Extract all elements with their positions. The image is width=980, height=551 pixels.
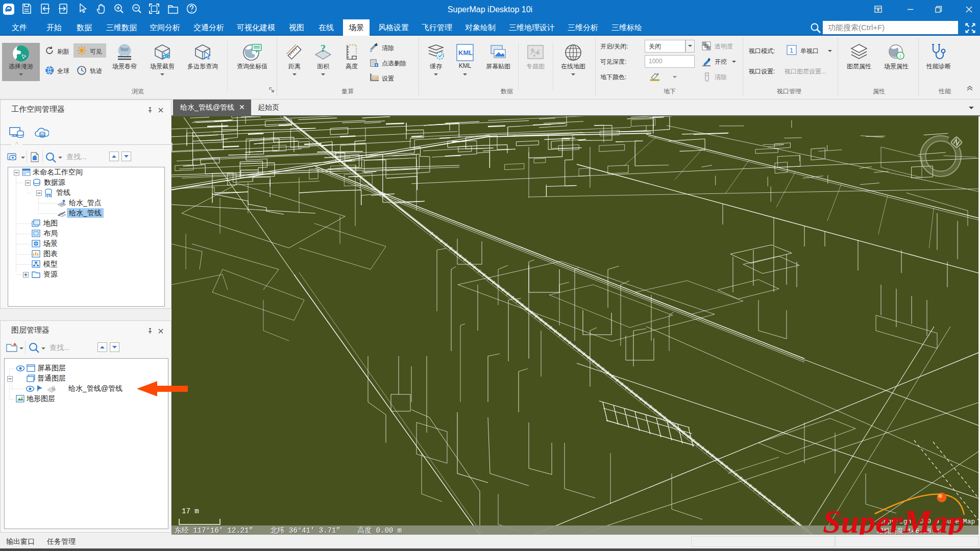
svg-text:CM: CM: [373, 77, 378, 80]
svg-text:i: i: [899, 53, 901, 59]
svg-text:KML: KML: [458, 49, 473, 57]
svg-text:1: 1: [790, 46, 793, 54]
svg-text:?: ?: [321, 44, 326, 54]
svg-text:SuperMap: SuperMap: [823, 504, 964, 535]
